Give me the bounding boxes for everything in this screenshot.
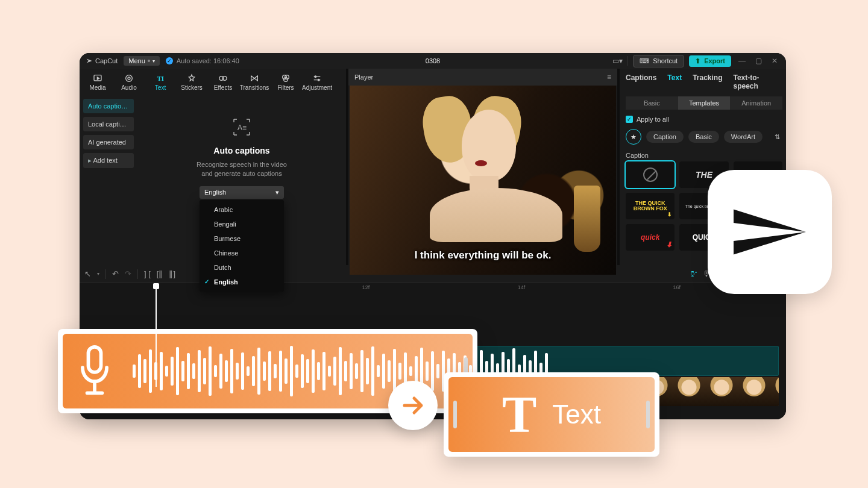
audio-icon bbox=[124, 74, 134, 83]
filters-icon bbox=[281, 74, 291, 83]
chip-caption[interactable]: Caption bbox=[646, 131, 684, 143]
pointer-icon[interactable]: ↖ bbox=[84, 269, 91, 278]
window-maximize[interactable]: ▢ bbox=[753, 57, 764, 65]
tab-media[interactable]: Media bbox=[82, 69, 113, 95]
video-frame bbox=[350, 86, 616, 275]
split-icon[interactable]: ] [ bbox=[144, 269, 151, 278]
effects-icon bbox=[218, 74, 228, 83]
sidebar-local-captions[interactable]: Local capti… bbox=[83, 117, 134, 131]
rtab-tts[interactable]: Text-to-speech bbox=[734, 74, 783, 90]
rtab-tracking[interactable]: Tracking bbox=[693, 74, 722, 90]
language-selected: English bbox=[204, 189, 226, 196]
sidebar-ai-generated[interactable]: AI generated bbox=[83, 135, 134, 149]
inspector-subtabs: Basic Templates Animation bbox=[620, 94, 786, 112]
tab-stickers[interactable]: Stickers bbox=[176, 69, 207, 95]
upload-icon: ⬆ bbox=[695, 57, 700, 65]
lang-option-selected[interactable]: English bbox=[200, 275, 284, 289]
tab-effects[interactable]: Effects bbox=[207, 69, 239, 95]
window-minimize[interactable]: — bbox=[736, 57, 748, 65]
language-select[interactable]: English ▾ bbox=[200, 186, 284, 199]
language-dropdown: Arabic Bengali Burmese Chinese Dutch Eng… bbox=[200, 200, 284, 292]
svg-point-1 bbox=[128, 77, 130, 80]
playhead[interactable] bbox=[156, 284, 157, 387]
chip-wordart[interactable]: WordArt bbox=[724, 131, 763, 143]
shortcut-label: Shortcut bbox=[653, 57, 678, 64]
chip-basic[interactable]: Basic bbox=[688, 131, 719, 143]
media-icon bbox=[93, 74, 102, 83]
timeline-ruler[interactable]: 12f 14f 16f bbox=[80, 283, 786, 295]
arrow-badge bbox=[388, 381, 438, 430]
capcut-logo-badge bbox=[708, 170, 832, 294]
subtab-templates[interactable]: Templates bbox=[678, 96, 731, 110]
drag-handle[interactable] bbox=[646, 401, 650, 428]
subtab-animation[interactable]: Animation bbox=[730, 96, 782, 110]
auto-captions-icon: A≡ bbox=[231, 117, 252, 137]
redo-icon[interactable]: ↷ bbox=[125, 269, 131, 278]
auto-captions-title: Auto captions bbox=[213, 146, 269, 155]
overlay-text-label: Text bbox=[552, 399, 601, 430]
auto-captions-pane: A≡ Auto captions Recognize speech in the… bbox=[137, 95, 346, 292]
player-panel: Player ≡ I think everything will be ok. … bbox=[348, 69, 617, 292]
tab-adjustment[interactable]: Adjustment bbox=[301, 69, 333, 95]
svg-point-9 bbox=[315, 76, 316, 78]
tab-filters[interactable]: Filters bbox=[270, 69, 301, 95]
tab-transitions[interactable]: Transitions bbox=[239, 69, 270, 95]
undo-icon[interactable]: ↶ bbox=[112, 269, 119, 278]
app-name: CapCut bbox=[95, 57, 118, 64]
export-button[interactable]: ⬆ Export bbox=[689, 55, 731, 67]
shortcut-button[interactable]: ⌨ Shortcut bbox=[633, 55, 684, 67]
split-right-icon[interactable]: ‖] bbox=[169, 269, 175, 278]
sidebar-add-text[interactable]: Add text bbox=[83, 153, 134, 168]
apply-all-checkbox[interactable]: ✓ bbox=[626, 116, 633, 123]
inspector-tabs: Captions Text Tracking Text-to-speech bbox=[620, 69, 786, 94]
sort-icon[interactable]: ⇅ bbox=[772, 131, 782, 143]
tab-audio[interactable]: Audio bbox=[113, 69, 145, 95]
player-header: Player ≡ bbox=[348, 69, 617, 86]
stickers-icon bbox=[187, 74, 197, 83]
rtab-text[interactable]: Text bbox=[667, 74, 682, 90]
window-close[interactable]: ✕ bbox=[769, 57, 780, 65]
left-panel: Media Audio TI Text Stickers Effects bbox=[80, 69, 346, 292]
split-left-icon[interactable]: [‖ bbox=[157, 269, 163, 278]
svg-text:A≡: A≡ bbox=[237, 124, 247, 132]
app-logo: CapCut bbox=[86, 57, 118, 64]
adjustment-icon bbox=[312, 74, 322, 83]
titlebar: CapCut Menu ▾ ✓ Auto saved: 16:06:40 030… bbox=[80, 53, 786, 69]
drag-handle[interactable] bbox=[453, 401, 457, 428]
ruler-mark: 12f bbox=[362, 284, 370, 290]
export-label: Export bbox=[704, 57, 725, 64]
lang-option[interactable]: Chinese bbox=[200, 246, 284, 260]
player-viewport[interactable]: I think everything will be ok. bbox=[350, 86, 616, 275]
svg-text:TI: TI bbox=[157, 75, 164, 82]
template-fox[interactable]: THE QUICK BROWN FOX⬇ bbox=[626, 193, 675, 219]
project-title: 0308 bbox=[426, 57, 440, 64]
arrow-right-icon bbox=[401, 393, 425, 418]
tool-tabs: Media Audio TI Text Stickers Effects bbox=[80, 69, 346, 95]
autosave-text: Auto saved: 16:06:40 bbox=[177, 57, 239, 64]
magnet-icon[interactable]: ⧲• bbox=[691, 269, 697, 278]
template-chips: ★ Caption Basic WordArt ⇅ bbox=[620, 127, 786, 147]
template-quick[interactable]: quick⬇ bbox=[626, 224, 675, 251]
layout-icon[interactable]: ▭▾ bbox=[612, 57, 623, 65]
caption-overlay: I think everything will be ok. bbox=[415, 249, 552, 261]
panels-row: Media Audio TI Text Stickers Effects bbox=[80, 69, 786, 265]
sidebar-auto-captions[interactable]: Auto captio… bbox=[83, 99, 134, 113]
player-menu-icon[interactable]: ≡ bbox=[607, 73, 611, 81]
lang-option[interactable]: Dutch bbox=[200, 260, 284, 275]
player-title: Player bbox=[354, 74, 373, 81]
tab-text[interactable]: TI Text bbox=[145, 69, 176, 95]
template-none[interactable] bbox=[626, 161, 675, 188]
subtab-basic[interactable]: Basic bbox=[626, 96, 678, 110]
chip-favorite[interactable]: ★ bbox=[626, 129, 641, 145]
rtab-captions[interactable]: Captions bbox=[626, 74, 656, 90]
text-sidebar: Auto captio… Local capti… AI generated A… bbox=[80, 95, 137, 292]
menu-button[interactable]: Menu ▾ bbox=[124, 56, 160, 66]
none-icon bbox=[643, 167, 658, 182]
svg-rect-12 bbox=[88, 346, 101, 372]
chevron-down-icon: ▾ bbox=[275, 189, 279, 196]
svg-point-2 bbox=[126, 75, 133, 81]
templates-section-label: Caption bbox=[620, 147, 786, 161]
lang-option[interactable]: Bengali bbox=[200, 217, 284, 231]
lang-option[interactable]: Burmese bbox=[200, 231, 284, 246]
lang-option[interactable]: Arabic bbox=[200, 202, 284, 217]
